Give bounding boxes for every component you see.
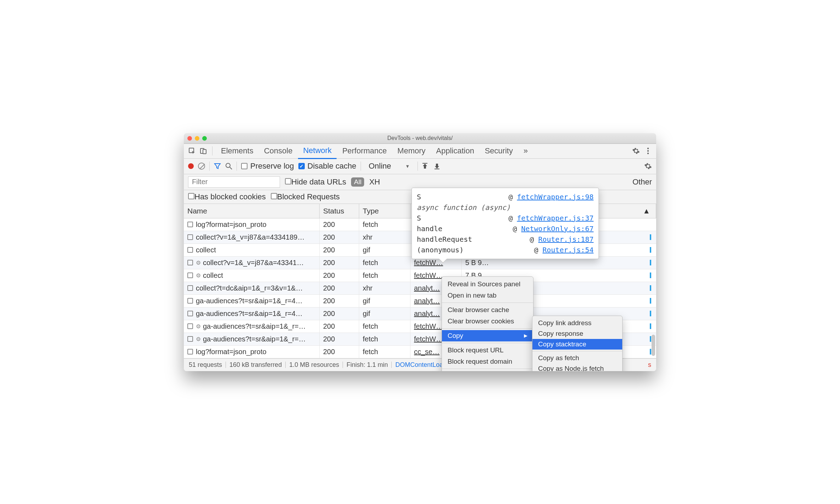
inspect-icon[interactable] — [187, 146, 197, 156]
sm-copy-fetch[interactable]: Copy as fetch — [532, 353, 622, 363]
row-checkbox[interactable] — [187, 285, 193, 291]
row-checkbox[interactable] — [187, 234, 193, 240]
waterfall-tick — [650, 272, 651, 278]
row-checkbox[interactable] — [187, 349, 193, 354]
sm-copy-node-fetch[interactable]: Copy as Node.js fetch — [532, 363, 622, 371]
filter-other[interactable]: Other — [632, 177, 652, 187]
tab-network[interactable]: Network — [298, 143, 337, 159]
hide-data-urls-checkbox[interactable]: Hide data URLs — [285, 177, 346, 187]
tab-console[interactable]: Console — [259, 143, 298, 158]
request-status: 200 — [320, 307, 359, 320]
col-status[interactable]: Status — [320, 204, 359, 218]
download-har-icon[interactable] — [434, 163, 440, 169]
request-name: ga-audiences?t=sr&aip=1&_r=4… — [196, 310, 303, 318]
waterfall-tick — [650, 247, 651, 253]
ctx-open-tab[interactable]: Open in new tab — [442, 290, 533, 301]
minimize-icon[interactable] — [195, 136, 199, 141]
ctx-reveal[interactable]: Reveal in Sources panel — [442, 279, 533, 290]
stack-frame: S@ fetchWrapper.js:98 — [417, 192, 594, 202]
tab-elements[interactable]: Elements — [216, 143, 258, 158]
filter-all-pill[interactable]: All — [351, 177, 364, 187]
has-blocked-cookies-checkbox[interactable]: Has blocked cookies — [188, 192, 266, 201]
status-finish: Finish: 1.1 min — [346, 361, 388, 369]
table-row[interactable]: ⚙collect200fetchfetchW…7 B 9… — [184, 269, 656, 282]
upload-har-icon[interactable] — [422, 163, 428, 169]
waterfall-tick — [650, 323, 651, 329]
stack-frame: handle@ NetworkOnly.js:67 — [417, 223, 594, 234]
ctx-sort-by[interactable]: Sort By▶ — [442, 370, 533, 371]
tab-performance[interactable]: Performance — [337, 143, 392, 158]
request-type: fetch — [359, 320, 410, 333]
svg-point-3 — [647, 148, 649, 149]
table-row[interactable]: collect?t=dc&aip=1&_r=3&v=1&…200xhranaly… — [184, 282, 656, 295]
request-type: gif — [359, 295, 410, 307]
stack-source-link[interactable]: NetworkOnly.js:67 — [521, 224, 594, 233]
stack-frame: handleRequest@ Router.js:187 — [417, 234, 594, 245]
row-checkbox[interactable] — [187, 336, 193, 342]
settings-gear-icon[interactable] — [631, 146, 641, 156]
hide-data-urls-label: Hide data URLs — [291, 177, 346, 186]
tab-application[interactable]: Application — [431, 143, 479, 158]
filter-xhr[interactable]: XH — [369, 177, 380, 187]
sm-copy-link[interactable]: Copy link address — [532, 318, 622, 328]
sm-copy-response[interactable]: Copy response — [532, 328, 622, 339]
request-type: xhr — [359, 231, 410, 244]
has-blocked-cookies-label: Has blocked cookies — [194, 192, 266, 201]
blocked-requests-label: Blocked Requests — [277, 192, 340, 201]
request-name: log?format=json_proto — [196, 348, 267, 356]
request-name: collect?t=dc&aip=1&_r=3&v=1&… — [196, 284, 303, 292]
svg-point-6 — [226, 163, 230, 168]
ctx-clear-cache[interactable]: Clear browser cache — [442, 304, 533, 316]
table-row[interactable]: ga-audiences?t=sr&aip=1&_r=4…200gifanaly… — [184, 295, 656, 307]
throttle-select[interactable]: Online ▼ — [365, 160, 413, 172]
col-type[interactable]: Type — [359, 204, 410, 218]
record-button[interactable] — [188, 163, 194, 169]
row-checkbox[interactable] — [187, 260, 193, 265]
tab-memory[interactable]: Memory — [392, 143, 430, 158]
row-checkbox[interactable] — [187, 298, 193, 304]
ctx-copy-label: Copy — [448, 332, 463, 340]
close-icon[interactable] — [187, 136, 192, 141]
ctx-clear-cookies[interactable]: Clear browser cookies — [442, 316, 533, 327]
svg-line-7 — [230, 167, 232, 169]
request-type: fetch — [359, 346, 410, 358]
context-menu: Reveal in Sources panel Open in new tab … — [442, 276, 533, 371]
filter-icon[interactable] — [214, 163, 221, 170]
row-checkbox[interactable] — [187, 222, 193, 227]
device-toggle-icon[interactable] — [198, 146, 209, 156]
ctx-block-url[interactable]: Block request URL — [442, 345, 533, 356]
gear-icon: ⚙ — [196, 323, 201, 330]
window-title: DevTools - web.dev/vitals/ — [387, 135, 453, 141]
search-icon[interactable] — [225, 163, 232, 170]
request-status: 200 — [320, 218, 359, 231]
disable-cache-checkbox[interactable]: ✓Disable cache — [298, 162, 356, 171]
preserve-log-checkbox[interactable]: Preserve log — [241, 162, 294, 171]
stack-source-link[interactable]: Router.js:54 — [543, 246, 594, 254]
svg-rect-8 — [422, 163, 427, 164]
blocked-requests-checkbox[interactable]: Blocked Requests — [271, 192, 340, 201]
ctx-copy[interactable]: Copy▶ — [442, 330, 533, 341]
gear-icon: ⚙ — [196, 336, 201, 342]
clear-button-icon[interactable] — [198, 163, 205, 170]
row-checkbox[interactable] — [187, 323, 193, 329]
svg-rect-2 — [203, 150, 206, 154]
filter-input[interactable] — [188, 176, 280, 188]
network-settings-gear-icon[interactable] — [644, 162, 652, 170]
stack-source-link[interactable]: Router.js:187 — [538, 235, 594, 244]
stack-source-link[interactable]: fetchWrapper.js:98 — [517, 193, 594, 201]
row-checkbox[interactable] — [187, 272, 193, 278]
tabs-overflow[interactable]: » — [519, 143, 533, 158]
ctx-block-domain[interactable]: Block request domain — [442, 356, 533, 367]
row-checkbox[interactable] — [187, 247, 193, 253]
status-resources: 1.0 MB resources — [289, 361, 339, 369]
scrollbar-thumb[interactable] — [652, 335, 655, 356]
tab-security[interactable]: Security — [480, 143, 518, 158]
sm-copy-stacktrace[interactable]: Copy stacktrace — [532, 339, 622, 350]
stack-source-link[interactable]: fetchWrapper.js:37 — [517, 214, 594, 222]
row-checkbox[interactable] — [187, 311, 193, 316]
throttle-value: Online — [369, 162, 391, 171]
col-name[interactable]: Name — [184, 204, 320, 218]
maximize-icon[interactable] — [202, 136, 207, 141]
kebab-menu-icon[interactable] — [643, 146, 653, 156]
waterfall-tick — [650, 285, 651, 291]
